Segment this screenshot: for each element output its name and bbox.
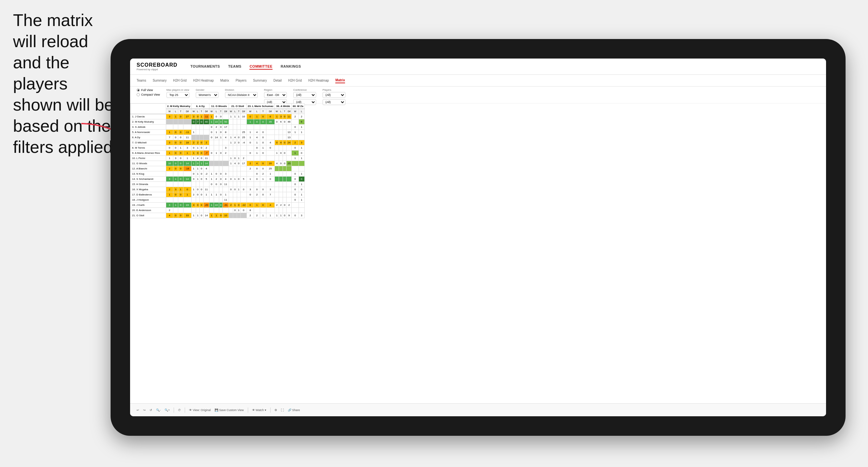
toolbar-divider-3 — [248, 407, 248, 413]
cell — [210, 208, 214, 213]
compact-view-option[interactable]: Compact View — [136, 93, 160, 96]
share-button[interactable]: 🔗 Share — [288, 408, 300, 412]
full-view-option[interactable]: Full View — [136, 89, 160, 92]
cell: 1 — [247, 135, 254, 140]
cell — [283, 156, 286, 161]
cell: 2 — [166, 166, 173, 172]
cell: 0 — [260, 161, 266, 166]
sub-nav-summary2[interactable]: Summary — [253, 78, 267, 83]
save-custom-view-button[interactable]: 💾 Save Custom View — [215, 408, 244, 412]
cell: 1 — [219, 135, 222, 140]
sub-nav-h2h-grid[interactable]: H2H Grid — [173, 78, 187, 83]
cell: 10 — [166, 161, 173, 166]
main-content[interactable]: 2. M Kelly Mulcahy 6. A Dy 11. G Woods 2… — [130, 103, 826, 403]
view-original-button[interactable]: 👁 View: Original — [189, 408, 211, 412]
timer-button[interactable]: ⏱ — [178, 408, 181, 412]
cell — [173, 197, 178, 203]
cell: 0 — [200, 192, 203, 197]
cell: 1 — [292, 156, 299, 161]
cell — [200, 208, 203, 213]
player-name: 17. D Ballesteros — [130, 192, 166, 197]
compact-view-radio[interactable] — [136, 93, 140, 96]
cell: 0 — [283, 203, 286, 208]
cell: 1 — [191, 213, 196, 218]
sub-w-4: W — [229, 109, 233, 114]
cell — [183, 208, 191, 213]
sub-nav-summary[interactable]: Summary — [153, 78, 166, 83]
cell: 0 — [266, 145, 275, 151]
sub-l-7: L — [299, 109, 304, 114]
cell — [196, 197, 199, 203]
cell — [275, 125, 279, 130]
sub-nav-h2h-heatmap[interactable]: H2H Heatmap — [193, 78, 214, 83]
region-select[interactable]: East - DII West - DII (All) — [264, 92, 287, 98]
sub-nav-players[interactable]: Players — [236, 78, 247, 83]
table-row: 19. J Karth 3 1 0 19 4 0 0 -20 1 10 0 — [130, 203, 305, 208]
cell: 25 — [266, 166, 275, 172]
cell: 1 — [237, 187, 240, 192]
sub-l-6: L — [279, 109, 283, 114]
cell — [279, 125, 283, 130]
matrix-wrapper[interactable]: 2. M Kelly Mulcahy 6. A Dy 11. G Woods 2… — [130, 103, 826, 403]
cell: -16 — [183, 166, 191, 172]
cell: 0 — [260, 130, 266, 135]
refresh-button[interactable]: ↺ — [150, 408, 152, 412]
nav-committee[interactable]: COMMITTEE — [249, 64, 273, 70]
sub-nav-h2h-grid2[interactable]: H2H Grid — [288, 78, 302, 83]
conference-select[interactable]: (All) — [293, 92, 316, 98]
nav-teams[interactable]: TEAMS — [228, 64, 241, 70]
settings-button[interactable]: ⚙ — [275, 408, 277, 412]
sub-nav-teams[interactable]: Teams — [136, 78, 146, 83]
cell — [166, 172, 173, 177]
expand-button[interactable]: ⛶ — [281, 408, 284, 412]
cell: 4 — [191, 203, 196, 208]
cell: 0 — [219, 114, 222, 119]
cell — [241, 166, 247, 172]
cell — [279, 187, 283, 192]
nav-tournaments[interactable]: TOURNAMENTS — [191, 64, 220, 70]
cell: 0 — [229, 187, 233, 192]
zoom-in-button[interactable]: 🔍+ — [164, 408, 170, 412]
cell — [229, 172, 233, 177]
player-name: 9. A Maria Jimenez Rios — [130, 151, 166, 156]
sub-nav-matrix[interactable]: Matrix — [220, 78, 229, 83]
cell — [299, 208, 304, 213]
cell: 0 — [299, 151, 304, 156]
cell: 2 — [292, 140, 299, 145]
undo-button[interactable]: ↩ — [136, 408, 139, 412]
cell: 3 — [166, 177, 173, 182]
cell: 0 — [260, 203, 266, 208]
redo-button[interactable]: ↪ — [143, 408, 146, 412]
cell: 1 — [229, 161, 233, 166]
cell: 2 — [254, 213, 260, 218]
cell: 27 — [183, 114, 191, 119]
cell — [283, 172, 286, 177]
cell: 1 — [299, 156, 304, 161]
cell: 1 — [173, 203, 178, 208]
gender-select[interactable]: Women's Men's Mixed — [196, 92, 219, 98]
sub-nav-matrix2[interactable]: Matrix — [335, 78, 345, 83]
cell — [219, 161, 222, 166]
cell: 1 — [254, 114, 260, 119]
cell — [210, 156, 214, 161]
sub-t-6: T — [283, 109, 286, 114]
players-select[interactable]: (All) — [322, 92, 345, 98]
division-select[interactable]: NCAA Division II NCAA Division I NCAA Di… — [225, 92, 257, 98]
cell: 0 — [210, 182, 214, 187]
cell: 5 — [241, 177, 247, 182]
nav-rankings[interactable]: RANKINGS — [281, 64, 301, 70]
sub-nav-h2h-heatmap2[interactable]: H2H Heatmap — [308, 78, 329, 83]
sub-nav-detail[interactable]: Detail — [274, 78, 282, 83]
zoom-out-button[interactable]: 🔍- — [156, 408, 161, 412]
cell: 0 — [292, 182, 299, 187]
cell: 0 — [178, 213, 183, 218]
cell — [241, 172, 247, 177]
cell — [214, 161, 219, 166]
cell: 4 — [223, 135, 229, 140]
cell: 1 — [191, 156, 196, 161]
cell: 0 — [292, 213, 299, 218]
full-view-radio[interactable] — [136, 89, 140, 92]
watch-button[interactable]: 👁 Watch ▾ — [252, 408, 266, 412]
cell — [286, 172, 292, 177]
max-players-select[interactable]: Top 25 Top 50 All — [166, 92, 189, 98]
